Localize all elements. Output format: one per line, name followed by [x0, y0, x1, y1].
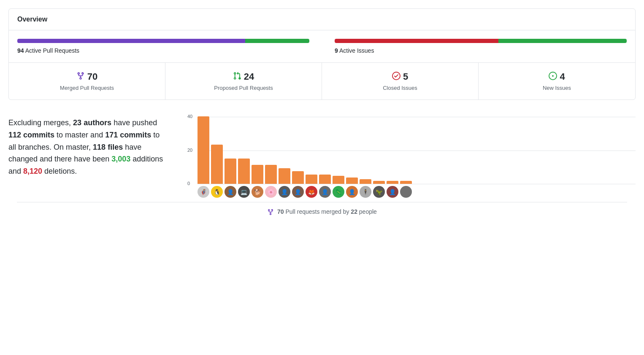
avatar: 🦎	[333, 186, 344, 198]
stat-merged-prs: 70 Merged Pull Requests	[9, 63, 165, 100]
chart-bar	[373, 181, 385, 184]
avatar: 💻	[238, 186, 250, 198]
gridline-40-label: 40	[187, 114, 192, 119]
bar-chart-wrapper: 40 20 0 🦸🐧👤💻🐕🌸👤👤🦊👤🦎👤🕴🦖👤	[186, 117, 636, 198]
avatar: 👤	[292, 186, 304, 198]
issues-bar-new	[498, 39, 627, 43]
new-issue-icon	[549, 72, 557, 82]
deletions-label: deletions	[42, 167, 75, 175]
commits-master: 112	[8, 131, 21, 139]
chart-bar	[306, 175, 317, 184]
progress-section: 94 Active Pull Requests 9 Active Issues	[9, 30, 635, 63]
closed-issues-label: Closed Issues	[330, 85, 470, 91]
issues-label-text: Active Issues	[339, 47, 374, 54]
pr-progress-bar	[17, 39, 309, 43]
avatar: 🕴	[360, 186, 371, 198]
proposed-prs-count: 24	[244, 71, 254, 82]
chart-bar	[400, 181, 412, 184]
stat-closed-issues: 5 Closed Issues	[322, 63, 479, 100]
chart-bar	[211, 145, 223, 184]
avatar: 🦖	[373, 186, 385, 198]
overview-title: Overview	[17, 16, 627, 23]
merged-prs-label: Merged Pull Requests	[17, 85, 157, 91]
overview-header: Overview	[9, 9, 635, 30]
new-issues-number-row: 4	[487, 71, 627, 82]
commits-label2: commits	[120, 131, 151, 139]
chart-bar	[279, 168, 290, 184]
deletions-count: 8,120	[23, 167, 42, 175]
chart-bar	[252, 165, 263, 184]
gridline-40: 40	[198, 117, 636, 117]
chart-bar	[387, 181, 398, 184]
pr-bar-proposed	[245, 39, 309, 43]
footer-pr-icon	[267, 208, 277, 215]
pr-label: 94 Active Pull Requests	[17, 47, 309, 54]
closed-issues-number-row: 5	[330, 71, 470, 82]
and-text: and	[8, 167, 23, 175]
text1: have pushed	[111, 118, 157, 127]
proposed-prs-number-row: 24	[174, 71, 313, 82]
additions-count: 3,003	[111, 155, 130, 163]
footer-people-count: 22	[351, 208, 357, 215]
content-section: Excluding merges, 23 authors have pushed…	[0, 108, 644, 202]
period: .	[75, 167, 77, 175]
gridline-20-label: 20	[187, 148, 192, 153]
authors-count: 23	[73, 118, 81, 127]
chart-bar	[360, 179, 371, 184]
proposed-prs-label: Proposed Pull Requests	[174, 85, 313, 91]
chart-bar	[346, 178, 358, 184]
pr-bar-merged	[17, 39, 245, 43]
bar-chart: 40 20 0	[198, 117, 636, 184]
gridline-0-label: 0	[187, 181, 190, 186]
avatar: 🌸	[265, 186, 277, 198]
stat-proposed-prs: 24 Proposed Pull Requests	[165, 63, 322, 100]
closed-issue-icon	[392, 72, 400, 82]
authors-label: authors	[84, 118, 111, 127]
chart-bar	[265, 165, 277, 184]
files-changed: 118	[93, 143, 106, 151]
gridline-0: 0	[198, 184, 636, 184]
chart-section: 40 20 0 🦸🐧👤💻🐕🌸👤👤🦊👤🦎👤🕴🦖👤	[186, 117, 636, 198]
avatar	[400, 186, 412, 198]
merged-prs-number-row: 70	[17, 71, 157, 82]
chart-bar	[225, 159, 236, 184]
closed-issues-count: 5	[403, 71, 408, 82]
merged-prs-count: 70	[87, 71, 97, 82]
text2: to master and	[54, 131, 105, 139]
avatar: 👤	[387, 186, 398, 198]
chart-bar	[238, 159, 250, 184]
stat-new-issues: 4 New Issues	[479, 63, 635, 100]
avatars-row: 🦸🐧👤💻🐕🌸👤👤🦊👤🦎👤🕴🦖👤	[198, 186, 636, 198]
avatar: 👤	[346, 186, 358, 198]
avatar: 👤	[225, 186, 236, 198]
proposed-pr-icon	[233, 72, 241, 82]
avatar: 🐕	[252, 186, 263, 198]
chart-bar	[198, 116, 209, 184]
issues-label: 9 Active Issues	[335, 47, 627, 54]
files-label: files	[108, 143, 123, 151]
footer-pr-count: 70	[277, 208, 284, 215]
stats-grid: 70 Merged Pull Requests 24 Proposed Pull…	[9, 63, 635, 100]
new-issues-label: New Issues	[487, 85, 627, 91]
issues-count: 9	[335, 47, 338, 54]
footer-container: 70 Pull requests merged by 22 people	[8, 202, 636, 221]
overview-panel: Overview 94 Active Pull Requests 9 Activ…	[8, 8, 636, 100]
footer-people-label: people	[359, 208, 377, 215]
chart-bar	[292, 171, 304, 184]
footer-text: Pull requests merged by	[285, 208, 349, 215]
chart-bar	[333, 176, 344, 184]
commits-all: 171	[105, 131, 118, 139]
footer-section: 70 Pull requests merged by 22 people	[17, 202, 627, 221]
additions-label: additions	[130, 155, 163, 163]
merged-pr-icon	[76, 72, 85, 82]
gridline-20: 20	[198, 151, 636, 151]
pull-requests-progress: 94 Active Pull Requests	[17, 39, 309, 54]
pr-count: 94	[17, 47, 24, 54]
pr-label-text: Active Pull Requests	[25, 47, 79, 54]
commits-label: commits	[23, 131, 54, 139]
issues-bar-closed	[335, 39, 498, 43]
summary-text: Excluding merges, 23 authors have pushed…	[8, 117, 169, 178]
issues-progress-bar	[335, 39, 627, 43]
issues-progress: 9 Active Issues	[335, 39, 627, 54]
avatar: 🦊	[306, 186, 317, 198]
